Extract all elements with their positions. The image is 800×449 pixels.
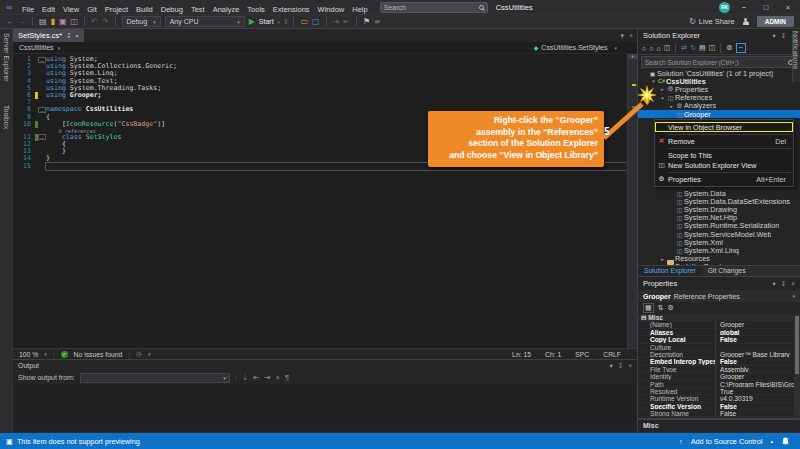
property-row-embed-interop-types[interactable]: Embed Interop TypesFalse	[638, 358, 800, 365]
live-share-button[interactable]: ↻ Live Share	[689, 16, 735, 28]
property-row-copy-local[interactable]: Copy LocalFalse	[638, 336, 800, 343]
zoom-caret-icon[interactable]: ▾	[44, 351, 47, 357]
close-button[interactable]: ×	[780, 3, 796, 12]
menu-analyze[interactable]: Analyze	[209, 5, 244, 14]
context-menu-item-properties[interactable]: ⚙PropertiesAlt+Enter	[655, 174, 793, 184]
expander-icon[interactable]: ▸	[668, 103, 675, 109]
se-refresh-icon[interactable]: ↻	[690, 44, 696, 52]
search-box[interactable]: Search	[380, 2, 488, 13]
save-icon[interactable]: ▣	[59, 16, 67, 28]
zoom-level[interactable]: 100 %	[19, 351, 38, 358]
prev-message-icon[interactable]: ⇤	[253, 373, 259, 382]
tree-item-references[interactable]: ▾◫References	[638, 94, 800, 102]
menu-extensions[interactable]: Extensions	[269, 5, 314, 14]
fold-icon[interactable]: −	[38, 107, 46, 113]
split-window-icon[interactable]: +	[629, 32, 633, 39]
tree-item-properties[interactable]: ▸⚙Properties	[638, 85, 800, 93]
editor-scrollbar[interactable]: +	[627, 54, 637, 348]
avatar[interactable]: RK	[719, 2, 730, 13]
minimize-button[interactable]: −	[736, 3, 752, 12]
output-source-dropdown[interactable]: ▾	[80, 373, 230, 383]
split-grip-icon[interactable]: +	[628, 54, 637, 59]
navigate-forward-icon[interactable]: →	[18, 16, 26, 28]
property-row-file-type[interactable]: File TypeAssembly	[638, 366, 800, 373]
expander-icon[interactable]: ▸	[659, 256, 666, 262]
breadcrumb-caret-icon[interactable]: ▾	[58, 45, 61, 51]
se-caret-icon[interactable]: ▾	[772, 32, 775, 40]
tree-item-analyzers[interactable]: ▸⚙Analyzers	[638, 102, 800, 110]
property-row-runtime-version[interactable]: Runtime Versionv4.0.30319	[638, 395, 800, 402]
categorized-icon[interactable]: ▦	[643, 303, 654, 313]
property-row-specific-version[interactable]: Specific VersionFalse	[638, 403, 800, 410]
menu-git[interactable]: Git	[83, 5, 101, 14]
solution-search-box[interactable]: Search Solution Explorer (Ctrl+;)	[641, 56, 797, 68]
expander-icon[interactable]: ▸	[659, 264, 666, 265]
health-status[interactable]: No issues found	[74, 351, 123, 358]
redo-icon[interactable]: ↷	[102, 16, 109, 28]
property-row-identity[interactable]: IdentityGrooper	[638, 373, 800, 380]
se-sync-icon[interactable]: ⇄	[681, 44, 687, 52]
menu-edit[interactable]: Edit	[38, 5, 59, 14]
tree-item-solution-cssutilities-1-of-1-project[interactable]: ▣Solution 'CssUtilities' (1 of 1 project…	[638, 69, 800, 77]
navigate-back-icon[interactable]: ←	[6, 16, 14, 28]
fold-icon[interactable]: −	[38, 134, 46, 140]
toolbox-tab[interactable]: Toolbox	[3, 105, 10, 129]
add-to-source-control[interactable]: Add to Source Control	[691, 437, 763, 446]
output-caret-icon[interactable]: ▾	[609, 362, 612, 370]
save-all-icon[interactable]: ◫	[71, 16, 79, 28]
platform-dropdown[interactable]: Any CPU▾	[165, 16, 245, 27]
char-indicator[interactable]: Ch: 1	[545, 351, 561, 358]
context-menu-item-scope-to-this[interactable]: Scope to This	[655, 150, 793, 160]
property-row-resolved[interactable]: ResolvedTrue	[638, 388, 800, 395]
menu-window[interactable]: Window	[314, 5, 349, 14]
props-close-icon[interactable]: ×	[791, 280, 795, 288]
expander-icon[interactable]: ▸	[659, 86, 666, 92]
context-menu-item-view-in-object-browser[interactable]: View in Object Browser	[655, 122, 793, 132]
open-folder-icon[interactable]: ▮	[51, 16, 55, 28]
menu-debug[interactable]: Debug	[157, 5, 187, 14]
se-collapse-all-icon[interactable]: ▤	[699, 44, 706, 52]
pin-tab-icon[interactable]: ↧	[66, 31, 71, 39]
notifications-bell-icon[interactable]	[781, 437, 790, 446]
eol-indicator[interactable]: CRLF	[603, 351, 621, 358]
find-in-files-icon[interactable]: ▭	[300, 16, 308, 28]
expander-icon[interactable]: ▾	[659, 95, 666, 101]
admin-button[interactable]: ADMIN	[757, 16, 794, 27]
fold-icon[interactable]: −	[38, 57, 46, 63]
preview-screen-icon[interactable]: ▢	[312, 16, 320, 28]
line-indicator[interactable]: Ln: 15	[512, 351, 531, 358]
tree-item-scriptingsession-cs[interactable]: ▸#ScriptingSession.cs	[638, 263, 800, 265]
tree-item-cssutilities[interactable]: ▾C#CssUtilities	[638, 77, 800, 85]
menu-build[interactable]: Build	[132, 5, 157, 14]
tool-tab-git-changes[interactable]: Git Changes	[702, 266, 752, 276]
se-back-icon[interactable]: ○	[642, 45, 646, 52]
code-area[interactable]: 1−using System;2using System.Collections…	[13, 54, 637, 348]
start-debug-icon[interactable]: ▶	[249, 16, 255, 28]
menu-help[interactable]: Help	[348, 5, 371, 14]
output-close-icon[interactable]: ×	[628, 362, 632, 370]
code-line[interactable]: 6using Grooper;	[13, 92, 637, 99]
property-row-path[interactable]: PathC:\Program Files\BIS\Grooper\Gr	[638, 381, 800, 388]
start-options-caret[interactable]: ▾	[278, 16, 281, 28]
undo-icon[interactable]: ↶	[91, 16, 98, 28]
property-row-aliases[interactable]: Aliasesglobal	[638, 329, 800, 336]
props-pin-icon[interactable]: ↧	[781, 280, 786, 288]
code-line[interactable]: 5using System.Threading.Tasks;	[13, 85, 637, 92]
breadcrumb-project[interactable]: CssUtilities	[19, 44, 54, 51]
space-indicator[interactable]: SPC	[575, 351, 589, 358]
se-forward-icon[interactable]: ○	[649, 45, 653, 52]
property-category-row[interactable]: ⊟ Misc	[638, 314, 800, 321]
history-caret-icon[interactable]: ▾	[148, 351, 151, 357]
alphabetical-icon[interactable]: ⇅	[658, 304, 664, 312]
property-row-culture[interactable]: Culture	[638, 344, 800, 351]
breadcrumb-member[interactable]: CssUtilities.SetStyles	[541, 44, 607, 51]
se-pin-icon[interactable]: ↧	[781, 32, 786, 40]
expander-icon[interactable]: ▾	[650, 78, 657, 84]
props-caret-icon[interactable]: ▾	[772, 280, 775, 288]
se-properties-icon[interactable]: ⚙	[726, 44, 732, 52]
bookmark-icon[interactable]: ⚑	[363, 16, 370, 28]
member-caret-icon[interactable]: ▾	[614, 45, 617, 51]
menu-project[interactable]: Project	[101, 5, 132, 14]
output-pin-icon[interactable]: ↧	[618, 362, 623, 370]
menu-view[interactable]: View	[59, 5, 83, 14]
